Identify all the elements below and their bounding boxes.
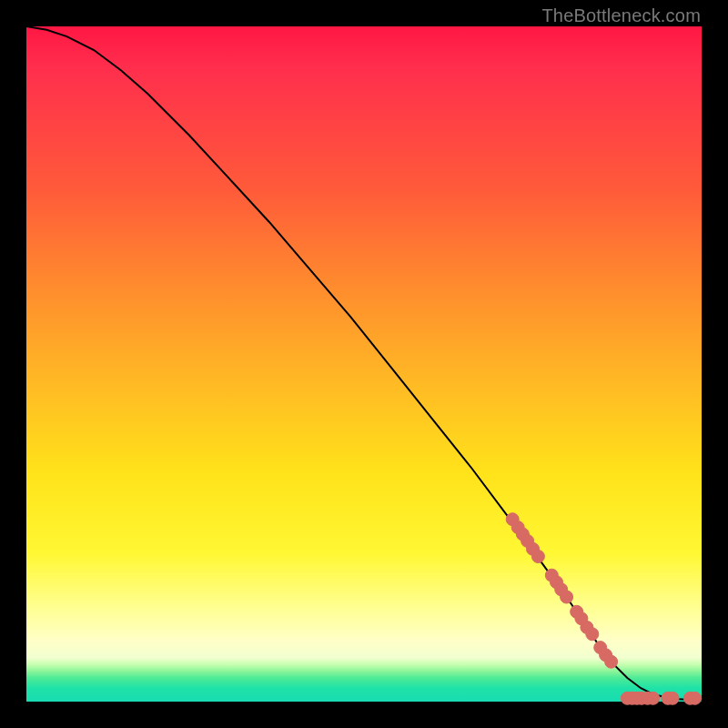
plot-area: [26, 26, 702, 702]
highlight-dots: [506, 513, 701, 705]
bottleneck-curve: [26, 26, 702, 701]
data-point: [666, 692, 679, 704]
chart-svg: [26, 26, 702, 702]
data-point: [531, 551, 544, 563]
data-point: [689, 692, 702, 704]
watermark-label: TheBottleneck.com: [541, 5, 701, 26]
data-point: [561, 591, 573, 603]
chart-frame: TheBottleneck.com: [0, 0, 728, 728]
data-point: [586, 628, 599, 641]
data-point: [605, 655, 618, 668]
data-point: [647, 692, 660, 704]
